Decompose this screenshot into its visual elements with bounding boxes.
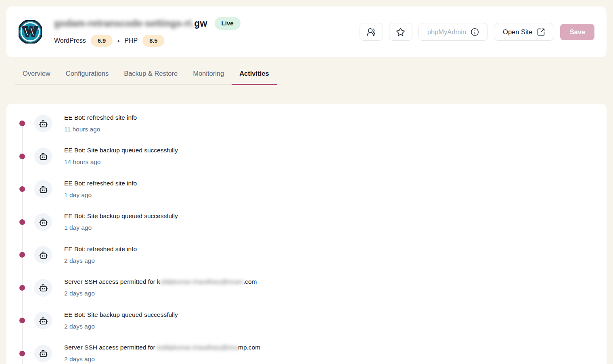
activity-avatar <box>34 148 52 165</box>
activity-title-suffix: mp.com <box>238 344 260 351</box>
activity-avatar <box>34 180 52 198</box>
external-link-icon <box>537 28 545 36</box>
phpmyadmin-button[interactable]: phpMyAdmin <box>418 23 488 41</box>
tab-activities[interactable]: Activities <box>232 64 276 84</box>
activity-title-prefix: EE Bot: Site backup queued successfully <box>64 212 178 219</box>
activity-list: EE Bot: refreshed site info 11 hours ago… <box>6 114 607 364</box>
activity-title-prefix: Server SSH access permitted for k <box>64 278 160 285</box>
tabs: OverviewConfigurationsBackup & RestoreMo… <box>15 64 277 85</box>
timeline-dot <box>19 318 25 323</box>
status-badge: Live <box>215 17 241 30</box>
info-icon <box>471 28 479 36</box>
site-name-visible: gw <box>194 18 207 29</box>
activity-title-prefix: EE Bot: refreshed site info <box>64 180 137 187</box>
activity-title: EE Bot: Site backup queued successfully <box>64 212 178 220</box>
separator-dot: • <box>117 37 119 44</box>
activity-text: EE Bot: Site backup queued successfully … <box>64 212 178 232</box>
activity-title: Server SSH access permitted for kuldipku… <box>64 343 260 352</box>
star-icon <box>396 27 405 37</box>
favorite-button[interactable] <box>389 23 412 41</box>
activity-title-blurred: kuldipkumar.chaudhary@rtca <box>157 344 238 351</box>
activity-avatar <box>34 114 52 132</box>
activities-panel: EE Bot: refreshed site info 11 hours ago… <box>6 104 607 364</box>
activity-text: Server SSH access permitted for kuldipku… <box>64 343 260 364</box>
phpmyadmin-label: phpMyAdmin <box>427 28 466 36</box>
activity-time: 2 days ago <box>64 322 178 331</box>
activity-title-suffix: .com <box>243 278 257 285</box>
robot-icon <box>38 348 48 358</box>
activity-row: EE Bot: refreshed site info 11 hours ago <box>6 114 607 132</box>
activity-avatar <box>34 345 52 362</box>
robot-icon <box>38 119 48 129</box>
robot-icon <box>38 316 48 326</box>
activity-title-blurred: uldipkumar.chaudhary@rtcam <box>160 278 243 285</box>
site-name: godam-retranscode-settings-rt.gw <box>54 18 207 29</box>
activity-row: EE Bot: Site backup queued successfully … <box>6 213 607 231</box>
activity-text: EE Bot: refreshed site info 1 day ago <box>64 179 137 200</box>
timeline-dot <box>19 351 25 356</box>
activity-title-prefix: EE Bot: Site backup queued successfully <box>64 311 178 318</box>
activity-row: EE Bot: refreshed site info 2 days ago <box>6 246 607 264</box>
tab-configurations[interactable]: Configurations <box>58 64 116 84</box>
site-title-block: godam-retranscode-settings-rt.gw Live Wo… <box>54 17 241 47</box>
activity-text: EE Bot: Site backup queued successfully … <box>64 146 178 166</box>
timeline-dot <box>19 285 25 291</box>
activity-row: Server SSH access permitted for kuldipku… <box>6 345 607 362</box>
robot-icon <box>38 217 48 227</box>
activity-title: EE Bot: refreshed site info <box>64 179 137 188</box>
activity-title: EE Bot: Site backup queued successfully <box>64 310 178 319</box>
activity-text: Server SSH access permitted for kuldipku… <box>64 277 257 298</box>
manage-users-button[interactable] <box>360 23 383 41</box>
tab-overview[interactable]: Overview <box>15 64 58 84</box>
timeline-dot <box>19 219 25 225</box>
users-icon <box>366 27 376 37</box>
activity-row: Server SSH access permitted for kuldipku… <box>6 279 607 297</box>
activity-title-prefix: EE Bot: Site backup queued successfully <box>64 147 178 154</box>
wordpress-label: WordPress <box>54 37 86 44</box>
activity-title: Server SSH access permitted for kuldipku… <box>64 277 257 286</box>
site-detail-page: W godam-retranscode-settings-rt.gw Live … <box>0 0 613 364</box>
timeline-dot <box>19 154 25 159</box>
activity-text: EE Bot: Site backup queued successfully … <box>64 310 178 331</box>
robot-icon <box>38 184 48 194</box>
activity-row: EE Bot: refreshed site info 1 day ago <box>6 180 607 198</box>
activity-title-prefix: Server SSH access permitted for <box>64 344 157 351</box>
timeline-dot <box>19 121 25 126</box>
site-header-card: W godam-retranscode-settings-rt.gw Live … <box>6 6 607 57</box>
activity-time: 2 days ago <box>64 256 137 265</box>
activity-time: 14 hours ago <box>64 158 178 166</box>
wordpress-logo-icon: W <box>19 20 42 44</box>
header-actions: phpMyAdmin Open Site <box>360 23 594 41</box>
activity-time: 11 hours ago <box>64 125 137 134</box>
open-site-label: Open Site <box>503 28 532 36</box>
activity-avatar <box>34 213 52 231</box>
php-label: PHP <box>124 37 138 44</box>
activity-title: EE Bot: Site backup queued successfully <box>64 146 178 155</box>
php-version-badge: 8.5 <box>142 35 164 47</box>
robot-icon <box>38 250 48 260</box>
open-site-button[interactable]: Open Site <box>494 23 554 41</box>
tab-backup-restore[interactable]: Backup & Restore <box>116 64 185 84</box>
activity-text: EE Bot: refreshed site info 2 days ago <box>64 245 137 265</box>
robot-icon <box>38 283 48 293</box>
robot-icon <box>38 151 48 161</box>
activity-avatar <box>34 246 52 264</box>
activity-time: 2 days ago <box>64 355 260 364</box>
timeline-dot <box>19 186 25 192</box>
activity-time: 1 day ago <box>64 223 178 232</box>
activity-title-prefix: EE Bot: refreshed site info <box>64 245 137 252</box>
activity-text: EE Bot: refreshed site info 11 hours ago <box>64 113 137 134</box>
site-identity: W godam-retranscode-settings-rt.gw Live … <box>19 17 241 47</box>
activity-row: EE Bot: Site backup queued successfully … <box>6 148 607 165</box>
svg-text:W: W <box>23 24 38 40</box>
timeline-dot <box>19 252 25 258</box>
tab-monitoring[interactable]: Monitoring <box>185 64 232 84</box>
activity-title-prefix: EE Bot: refreshed site info <box>64 114 137 121</box>
site-name-blurred: godam-retranscode-settings-rt. <box>54 18 194 29</box>
activity-title: EE Bot: refreshed site info <box>64 113 137 122</box>
stack-info: WordPress 6.9 • PHP 8.5 <box>54 35 241 47</box>
activity-title: EE Bot: refreshed site info <box>64 245 137 254</box>
save-button[interactable]: Save <box>560 24 594 40</box>
activity-row: EE Bot: Site backup queued successfully … <box>6 312 607 329</box>
activity-time: 1 day ago <box>64 191 137 200</box>
